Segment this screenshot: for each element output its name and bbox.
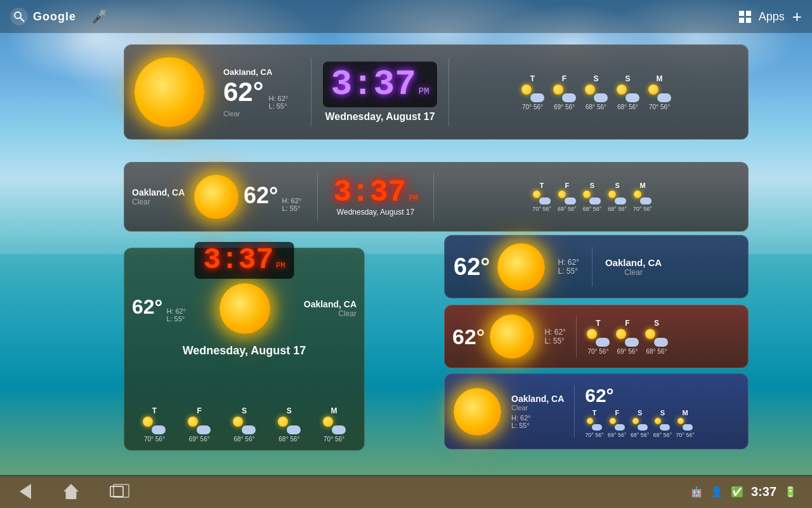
add-button[interactable]: +: [792, 7, 802, 27]
w6-forecast-2: S 68° 56°: [631, 409, 650, 438]
status-time: 3:37: [751, 485, 776, 499]
forecast-icon-2: [585, 84, 608, 102]
separator-1: [311, 58, 311, 126]
w1-hi: H: 62°: [269, 95, 289, 102]
w2-ampm: PM: [409, 195, 417, 203]
w5-forecast-0: T 70° 56°: [587, 319, 610, 355]
search-icon[interactable]: [10, 8, 28, 25]
w6-hi: H: 62°: [511, 414, 564, 422]
nav-icons: [15, 481, 127, 502]
sun-icon-w1: [134, 57, 204, 127]
widget-2-medium[interactable]: Oakland, CA Clear 62° H: 62° L: 55° 3:37…: [124, 162, 749, 232]
w2-condition: Clear: [132, 197, 189, 206]
nav-home-button[interactable]: [61, 481, 81, 502]
w3-temp: 62°: [132, 295, 162, 319]
w1-ampm: PM: [419, 87, 429, 96]
w2-city: Oakland, CA: [132, 187, 189, 197]
svg-point-0: [15, 12, 21, 18]
w3-ampm: PM: [276, 262, 285, 270]
w5-temp: 62°: [452, 324, 485, 349]
widget-1-large[interactable]: Oakland, CA 62° H: 62° L: 55° Clear 3:37…: [124, 44, 749, 140]
recent-icon: [110, 486, 124, 497]
sun-icon-w3: [219, 283, 270, 334]
w1-lo: L: 55°: [269, 102, 289, 110]
w6-forecast-0: T 70° 56°: [585, 409, 604, 438]
user-icon: 👤: [710, 486, 723, 498]
w1-clock: 3:37: [331, 67, 416, 102]
check-icon: ✅: [731, 486, 743, 498]
w2-lo: L: 55°: [282, 204, 301, 212]
widget-4-compact[interactable]: 62° H: 62° L: 55° Oakland, CA Clear: [444, 235, 749, 298]
w3-forecast-4: M 70° 56°: [323, 406, 346, 443]
w3-city: Oakland, CA: [304, 299, 357, 309]
nav-recent-button[interactable]: [107, 481, 127, 502]
w5-forecast-1: F 69° 56°: [616, 319, 639, 355]
battery-icon: 🔋: [784, 486, 797, 498]
w6-forecast-1: F 69° 56°: [608, 409, 627, 438]
w3-lo: L: 55°: [166, 315, 186, 323]
forecast-icon-3: [617, 84, 639, 102]
w6-lo: L: 55°: [511, 422, 564, 429]
w1-city: Oakland, CA: [223, 67, 306, 77]
mic-icon[interactable]: 🎤: [91, 9, 107, 24]
w6-condition: Clear: [511, 404, 564, 411]
w2-temp: 62°: [244, 182, 278, 209]
w5-sep: [576, 316, 577, 358]
w1-forecast-0: T 70° 56°: [521, 74, 544, 110]
w3-clock: 3:37: [204, 246, 273, 275]
w6-city: Oakland, CA: [511, 394, 564, 404]
w1-forecast-4: M 70° 56°: [648, 74, 671, 110]
w5-lo: L: 55°: [544, 337, 565, 345]
w1-forecast-2: S 68° 56°: [585, 74, 608, 110]
w2-hi: H: 62°: [282, 197, 301, 204]
search-area: Google 🎤: [10, 8, 107, 25]
widget-6-blue[interactable]: Oakland, CA Clear H: 62° L: 55° 62° T 70…: [444, 373, 749, 450]
w1-condition: Clear: [223, 110, 306, 117]
sun-icon-w4: [497, 243, 545, 291]
forecast-icon-1: [553, 84, 576, 102]
w6-forecast-3: S 68° 56°: [653, 409, 672, 438]
w3-forecast-3: S 68° 56°: [278, 406, 301, 443]
w3-forecast-1: F 69° 56°: [188, 406, 211, 443]
w3-forecast-2: S 68° 56°: [233, 406, 256, 443]
w2-forecast-1: F 69° 56°: [558, 182, 577, 212]
w4-sep: [592, 247, 593, 286]
apps-grid-icon[interactable]: [739, 11, 751, 23]
google-logo[interactable]: Google: [33, 10, 76, 23]
w6-sep: [574, 385, 575, 438]
w3-condition: Clear: [304, 309, 357, 318]
widget-5-red[interactable]: 62° H: 62° L: 55° T 70° 56° F 69° 56° S: [444, 305, 749, 368]
w2-date: Wednesday, August 17: [337, 208, 414, 217]
w3-hi: H: 62°: [166, 307, 186, 315]
w4-lo: L: 55°: [558, 267, 579, 276]
sun-icon-w6: [454, 388, 501, 436]
bottom-bar: 🤖 👤 ✅ 3:37 🔋: [0, 475, 812, 508]
w3-date: Wednesday, August 17: [132, 344, 357, 358]
w6-forecast-4: M 70° 56°: [676, 409, 695, 438]
w1-forecast-1: F 69° 56°: [553, 74, 576, 110]
w6-temp: 62°: [585, 385, 695, 406]
w2-forecast-0: T 70° 56°: [532, 182, 551, 212]
forecast-icon-4: [648, 84, 671, 102]
w4-city: Oakland, CA: [605, 257, 662, 268]
android-icon: 🤖: [690, 486, 703, 498]
top-bar: Google 🎤 Apps +: [0, 0, 812, 33]
w2-sep2: [433, 173, 434, 222]
w1-clock-bg: 3:37 PM: [323, 62, 436, 107]
w2-clock: 3:37: [333, 177, 406, 208]
w1-forecast-3: S 68° 56°: [617, 74, 639, 110]
widget-3-large-left[interactable]: 3:37 PM 62° H: 62° L: 55° Oakland, CA Cl…: [124, 248, 365, 451]
w1-date: Wednesday, August 17: [325, 111, 435, 123]
w2-sep1: [317, 173, 318, 222]
w2-forecast-3: S 68° 56°: [608, 182, 627, 212]
w5-forecast-2: S 68° 56°: [645, 319, 668, 355]
w2-forecast-4: M 70° 56°: [633, 182, 652, 212]
w2-forecast-2: S 68° 56°: [583, 182, 602, 212]
apps-label[interactable]: Apps: [759, 10, 785, 23]
sun-icon-w5: [490, 314, 534, 359]
w1-temp: 62°: [223, 77, 264, 107]
forecast-icon-0: [521, 84, 544, 102]
nav-back-button[interactable]: [15, 481, 36, 502]
sun-icon-w2: [194, 175, 239, 219]
top-bar-right: Apps +: [739, 7, 802, 27]
